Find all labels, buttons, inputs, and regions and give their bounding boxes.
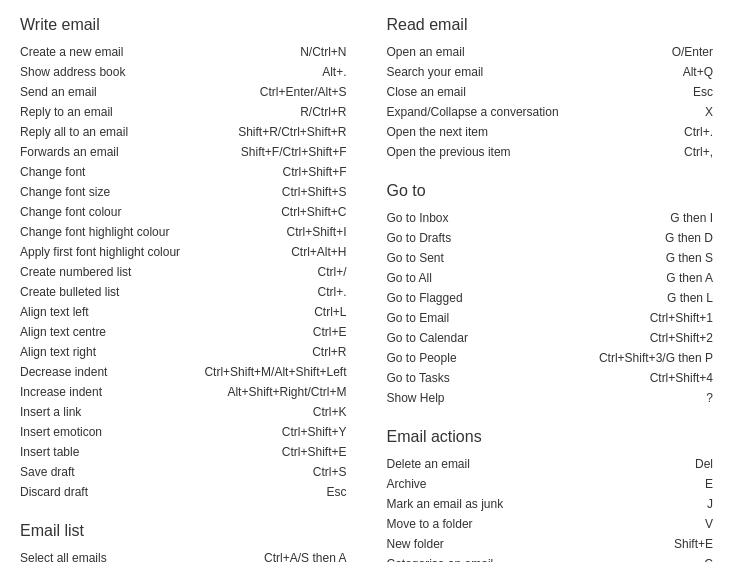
shortcut-key: Ctrl+S bbox=[313, 463, 347, 481]
shortcut-key: Esc bbox=[693, 83, 713, 101]
list-item: Insert tableCtrl+Shift+E bbox=[20, 442, 347, 462]
shortcut-key: Alt+. bbox=[322, 63, 346, 81]
shortcut-key: Ctrl+Shift+3/G then P bbox=[599, 349, 713, 367]
shortcut-label: Search your email bbox=[387, 63, 673, 81]
shortcut-label: Go to All bbox=[387, 269, 657, 287]
list-item: Go to EmailCtrl+Shift+1 bbox=[387, 308, 714, 328]
read-email-rows: Open an emailO/EnterSearch your emailAlt… bbox=[387, 42, 714, 162]
list-item: Go to TasksCtrl+Shift+4 bbox=[387, 368, 714, 388]
shortcut-label: Decrease indent bbox=[20, 363, 194, 381]
shortcut-key: Ctrl+Alt+H bbox=[291, 243, 346, 261]
list-item: Create numbered listCtrl+/ bbox=[20, 262, 347, 282]
shortcut-label: Discard draft bbox=[20, 483, 316, 501]
shortcut-label: Go to Calendar bbox=[387, 329, 640, 347]
list-item: Create a new emailN/Ctrl+N bbox=[20, 42, 347, 62]
right-column: Read email Open an emailO/EnterSearch yo… bbox=[387, 16, 714, 562]
shortcut-label: Change font bbox=[20, 163, 272, 181]
shortcut-key: Ctrl+Shift+4 bbox=[650, 369, 713, 387]
shortcut-label: Open an email bbox=[387, 43, 662, 61]
shortcut-key: Ctrl+K bbox=[313, 403, 347, 421]
list-item: Search your emailAlt+Q bbox=[387, 62, 714, 82]
list-item: Mark an email as junkJ bbox=[387, 494, 714, 514]
shortcut-label: Go to Flagged bbox=[387, 289, 657, 307]
shortcut-key: Alt+Q bbox=[683, 63, 713, 81]
shortcut-label: Delete an email bbox=[387, 455, 685, 473]
go-to-title: Go to bbox=[387, 182, 714, 200]
shortcut-label: Align text centre bbox=[20, 323, 303, 341]
shortcut-key: Ctrl+Shift+F bbox=[282, 163, 346, 181]
left-column: Write email Create a new emailN/Ctrl+NSh… bbox=[20, 16, 347, 562]
shortcut-key: Esc bbox=[326, 483, 346, 501]
list-item: Delete an emailDel bbox=[387, 454, 714, 474]
shortcut-key: Ctrl+L bbox=[314, 303, 346, 321]
shortcut-label: Insert emoticon bbox=[20, 423, 272, 441]
list-item: Insert emoticonCtrl+Shift+Y bbox=[20, 422, 347, 442]
list-item: Create bulleted listCtrl+. bbox=[20, 282, 347, 302]
list-item: Send an emailCtrl+Enter/Alt+S bbox=[20, 82, 347, 102]
shortcut-key: Ctrl+, bbox=[684, 143, 713, 161]
section-read-email: Read email Open an emailO/EnterSearch yo… bbox=[387, 16, 714, 162]
shortcut-label: Change font colour bbox=[20, 203, 271, 221]
list-item: Change fontCtrl+Shift+F bbox=[20, 162, 347, 182]
shortcut-label: Expand/Collapse a conversation bbox=[387, 103, 695, 121]
shortcut-label: Send an email bbox=[20, 83, 250, 101]
shortcut-label: Reply all to an email bbox=[20, 123, 228, 141]
list-item: Insert a linkCtrl+K bbox=[20, 402, 347, 422]
list-item: Increase indentAlt+Shift+Right/Ctrl+M bbox=[20, 382, 347, 402]
shortcut-label: Create a new email bbox=[20, 43, 290, 61]
list-item: Go to FlaggedG then L bbox=[387, 288, 714, 308]
shortcut-key: Ctrl+Enter/Alt+S bbox=[260, 83, 347, 101]
shortcut-key: Ctrl+/ bbox=[317, 263, 346, 281]
list-item: Change font sizeCtrl+Shift+S bbox=[20, 182, 347, 202]
list-item: Apply first font highlight colourCtrl+Al… bbox=[20, 242, 347, 262]
shortcut-label: Select all emails bbox=[20, 549, 254, 562]
shortcut-label: Close an email bbox=[387, 83, 683, 101]
shortcut-key: Ctrl+Shift+1 bbox=[650, 309, 713, 327]
shortcut-key: Shift+R/Ctrl+Shift+R bbox=[238, 123, 346, 141]
list-item: Expand/Collapse a conversationX bbox=[387, 102, 714, 122]
email-actions-rows: Delete an emailDelArchiveEMark an email … bbox=[387, 454, 714, 562]
shortcut-label: Show Help bbox=[387, 389, 697, 407]
list-item: Go to CalendarCtrl+Shift+2 bbox=[387, 328, 714, 348]
shortcut-label: Insert a link bbox=[20, 403, 303, 421]
shortcut-key: V bbox=[705, 515, 713, 533]
shortcut-label: Change font size bbox=[20, 183, 272, 201]
shortcut-label: Apply first font highlight colour bbox=[20, 243, 281, 261]
shortcut-key: C bbox=[704, 555, 713, 562]
shortcut-label: Open the previous item bbox=[387, 143, 674, 161]
shortcut-label: Go to Inbox bbox=[387, 209, 661, 227]
section-write-email: Write email Create a new emailN/Ctrl+NSh… bbox=[20, 16, 347, 502]
shortcut-label: Show address book bbox=[20, 63, 312, 81]
page-layout: Write email Create a new emailN/Ctrl+NSh… bbox=[20, 16, 713, 562]
list-item: Reply to an emailR/Ctrl+R bbox=[20, 102, 347, 122]
shortcut-key: Ctrl+R bbox=[312, 343, 346, 361]
write-email-title: Write email bbox=[20, 16, 347, 34]
shortcut-label: Create numbered list bbox=[20, 263, 307, 281]
shortcut-key: Ctrl+. bbox=[684, 123, 713, 141]
email-list-rows: Select all emailsCtrl+A/S then ADeselect… bbox=[20, 548, 347, 562]
list-item: Open the previous itemCtrl+, bbox=[387, 142, 714, 162]
list-item: Go to PeopleCtrl+Shift+3/G then P bbox=[387, 348, 714, 368]
list-item: Go to AllG then A bbox=[387, 268, 714, 288]
shortcut-key: G then S bbox=[666, 249, 713, 267]
shortcut-label: Go to Tasks bbox=[387, 369, 640, 387]
list-item: Change font colourCtrl+Shift+C bbox=[20, 202, 347, 222]
section-email-actions: Email actions Delete an emailDelArchiveE… bbox=[387, 428, 714, 562]
shortcut-label: Go to Sent bbox=[387, 249, 656, 267]
list-item: Move to a folderV bbox=[387, 514, 714, 534]
shortcut-key: Ctrl+Shift+I bbox=[286, 223, 346, 241]
list-item: Decrease indentCtrl+Shift+M/Alt+Shift+Le… bbox=[20, 362, 347, 382]
read-email-title: Read email bbox=[387, 16, 714, 34]
list-item: Show Help? bbox=[387, 388, 714, 408]
shortcut-label: Categorise an email bbox=[387, 555, 695, 562]
shortcut-label: Save draft bbox=[20, 463, 303, 481]
list-item: Select all emailsCtrl+A/S then A bbox=[20, 548, 347, 562]
list-item: ArchiveE bbox=[387, 474, 714, 494]
shortcut-key: Ctrl+Shift+C bbox=[281, 203, 346, 221]
shortcut-label: Archive bbox=[387, 475, 695, 493]
list-item: Go to DraftsG then D bbox=[387, 228, 714, 248]
shortcut-key: Shift+E bbox=[674, 535, 713, 553]
shortcut-key: Ctrl+Shift+M/Alt+Shift+Left bbox=[204, 363, 346, 381]
shortcut-key: Ctrl+A/S then A bbox=[264, 549, 346, 562]
shortcut-key: R/Ctrl+R bbox=[300, 103, 346, 121]
